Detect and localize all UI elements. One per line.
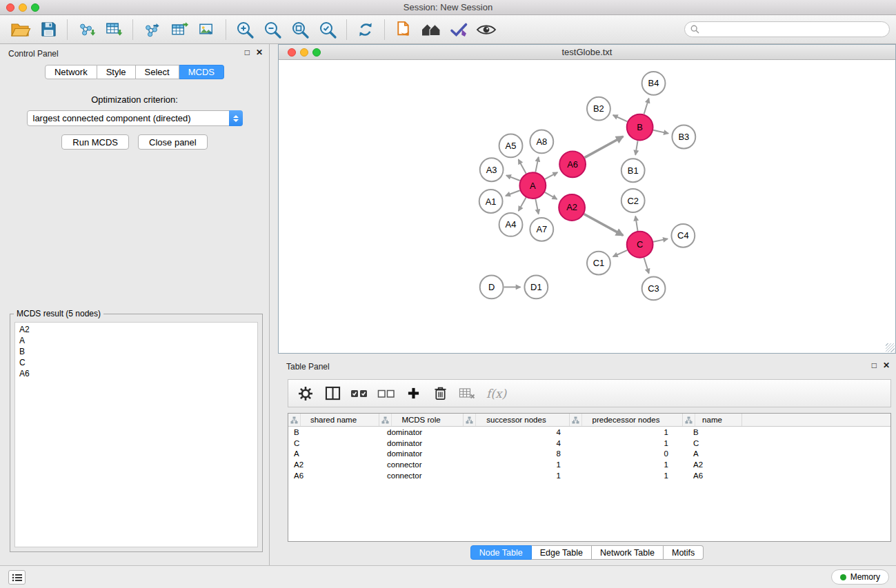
graph-edge-A-A7[interactable] (535, 199, 538, 214)
import-table-button[interactable] (100, 17, 128, 42)
graph-node-B4[interactable]: B4 (642, 72, 666, 95)
table-row-b[interactable]: Bdominator41B (288, 427, 890, 438)
search-field[interactable] (684, 21, 890, 37)
column-header-name[interactable]: name (683, 414, 742, 426)
graph-node-C2[interactable]: C2 (621, 189, 645, 212)
float-table-panel-icon[interactable]: □ (872, 361, 877, 370)
graph-node-B3[interactable]: B3 (672, 125, 695, 149)
graph-node-B[interactable]: B (627, 114, 653, 141)
save-session-button[interactable] (34, 17, 62, 42)
graph-node-C3[interactable]: C3 (642, 277, 666, 301)
graph-node-B1[interactable]: B1 (621, 159, 645, 182)
graph-edge-C-C4[interactable] (653, 239, 668, 241)
criterion-select[interactable]: largest connected component (directed) (27, 110, 243, 126)
graph-edge-B-B3[interactable] (653, 130, 668, 134)
zoom-fit-button[interactable] (286, 17, 314, 42)
graph-node-D1[interactable]: D1 (524, 276, 548, 299)
document-arrow-button[interactable] (390, 17, 417, 42)
graph-edge-B-B4[interactable] (644, 99, 649, 114)
graph-node-A7[interactable]: A7 (530, 218, 553, 241)
network-canvas[interactable]: B4B2BB3A5A8A6B1A3AA1C2A2A4A7C4CC1C3DD1 (279, 60, 895, 353)
columns-button[interactable] (322, 382, 343, 405)
tab-style[interactable]: Style (97, 65, 136, 79)
graph-edge-A-A4[interactable] (519, 197, 526, 210)
column-header-successor-nodes[interactable]: successor nodes (464, 414, 570, 426)
table-row-c[interactable]: Cdominator41C (288, 438, 890, 449)
result-item-a2[interactable]: A2 (15, 324, 257, 335)
mcds-result-list[interactable]: A2ABCA6 (14, 322, 258, 547)
graph-edge-A2-C[interactable] (584, 214, 624, 236)
select-all-button[interactable] (349, 382, 370, 405)
close-panel-icon[interactable]: ✕ (256, 48, 263, 57)
column-header-mcds-role[interactable]: MCDS role (379, 414, 464, 426)
home-button[interactable] (417, 17, 445, 42)
graph-node-A8[interactable]: A8 (530, 130, 553, 154)
run-mcds-button[interactable]: Run MCDS (61, 134, 129, 150)
graph-node-C4[interactable]: C4 (671, 224, 695, 247)
apply-layout-button[interactable] (352, 17, 379, 42)
delete-row-button[interactable] (430, 382, 450, 405)
search-input[interactable] (702, 22, 889, 37)
graph-edge-A-A5[interactable] (519, 159, 526, 173)
zoom-out-button[interactable] (259, 17, 286, 42)
graph-edge-C-C2[interactable] (635, 216, 637, 231)
export-network-button[interactable] (138, 17, 166, 42)
eye-button[interactable] (472, 17, 500, 42)
tab-network[interactable]: Network (45, 65, 97, 79)
result-item-a6[interactable]: A6 (15, 368, 257, 379)
tab-select[interactable]: Select (136, 65, 179, 79)
tab-motifs[interactable]: Motifs (664, 545, 704, 560)
resize-grip[interactable] (886, 343, 895, 352)
close-panel-button[interactable]: Close panel (138, 134, 208, 150)
import-network-button[interactable] (72, 17, 100, 42)
graph-node-A6[interactable]: A6 (559, 151, 586, 177)
add-row-button[interactable] (403, 382, 424, 405)
tab-mcds[interactable]: MCDS (179, 65, 224, 79)
close-table-panel-icon[interactable]: ✕ (883, 361, 890, 370)
graph-edge-C-C1[interactable] (613, 250, 628, 256)
export-image-button[interactable] (193, 17, 221, 42)
tab-network-table[interactable]: Network Table (592, 545, 664, 560)
settings-gear-button[interactable] (295, 382, 316, 405)
graph-edge-A-A6[interactable] (545, 172, 557, 179)
deselect-all-button[interactable] (376, 382, 397, 405)
column-header-predecessor-nodes[interactable]: predecessor nodes (570, 414, 683, 426)
result-item-a[interactable]: A (15, 335, 257, 346)
graph-edge-B-B2[interactable] (613, 115, 628, 121)
graph-edge-A-A1[interactable] (506, 190, 520, 196)
graph-node-C1[interactable]: C1 (587, 252, 610, 275)
graph-edge-A-A8[interactable] (535, 157, 538, 172)
memory-button[interactable]: Memory (831, 569, 889, 585)
function-builder-button[interactable]: f(x) (484, 387, 506, 401)
graph-node-D[interactable]: D (480, 276, 504, 299)
graph-node-A2[interactable]: A2 (559, 194, 585, 221)
table-row-a2[interactable]: A2connector11A2 (288, 459, 890, 470)
tab-node-table[interactable]: Node Table (470, 545, 532, 560)
graph-node-A3[interactable]: A3 (480, 158, 504, 181)
graph-edge-B-B1[interactable] (635, 141, 637, 154)
tab-edge-table[interactable]: Edge Table (532, 545, 592, 560)
network-graph[interactable]: B4B2BB3A5A8A6B1A3AA1C2A2A4A7C4CC1C3DD1 (279, 60, 895, 353)
graph-node-A5[interactable]: A5 (499, 134, 523, 157)
graph-node-B2[interactable]: B2 (587, 97, 610, 121)
graph-edge-A-A3[interactable] (506, 175, 520, 181)
table-row-a6[interactable]: A6connector11A6 (288, 470, 890, 481)
export-table-button[interactable] (166, 17, 193, 42)
graph-node-A4[interactable]: A4 (499, 213, 523, 236)
graph-edge-A6-B[interactable] (585, 136, 624, 158)
graph-node-A[interactable]: A (519, 172, 546, 199)
result-item-c[interactable]: C (15, 357, 257, 368)
zoom-selected-button[interactable] (314, 17, 341, 42)
graph-edge-A-A2[interactable] (545, 192, 557, 199)
zoom-in-button[interactable] (231, 17, 259, 42)
open-session-button[interactable] (7, 17, 34, 42)
graph-node-C[interactable]: C (627, 232, 653, 258)
result-item-b[interactable]: B (15, 346, 257, 357)
delete-table-button[interactable] (457, 382, 477, 405)
table-row-a[interactable]: Adominator80A (288, 448, 890, 459)
task-history-button[interactable] (8, 570, 26, 585)
graph-edge-C-C3[interactable] (644, 258, 649, 274)
graph-node-A1[interactable]: A1 (479, 190, 503, 213)
float-panel-icon[interactable]: □ (245, 48, 250, 57)
style-check-button[interactable] (445, 17, 472, 42)
